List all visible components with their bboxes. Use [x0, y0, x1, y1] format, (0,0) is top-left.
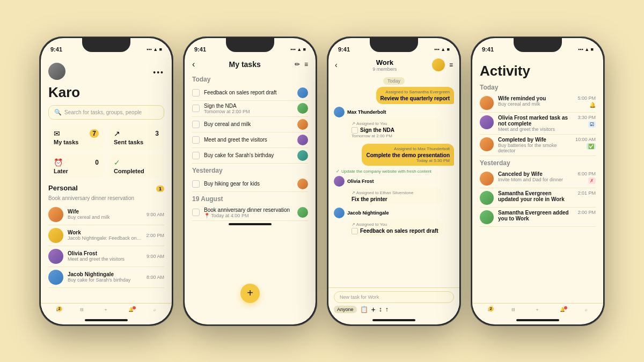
- bottom-nav-4: ⊠ 2 ⊟ ＋ 🔔 ⌕: [472, 303, 603, 317]
- activity-sub: Meet and greet the visitors: [498, 127, 573, 132]
- notch: [82, 38, 130, 52]
- nav-search[interactable]: ⌕: [153, 307, 156, 312]
- task-checkbox[interactable]: [192, 121, 200, 128]
- activity-item[interactable]: Completed by Wife Buy batteries for the …: [480, 135, 596, 156]
- list-item[interactable]: Work Jacob Nightingale: Feedback on sale…: [48, 225, 164, 246]
- bell-badge-4: [564, 306, 567, 309]
- my-tasks-card[interactable]: ✉ 7 My tasks: [48, 125, 104, 150]
- task-item[interactable]: Buy cake for Sarah's birthday: [192, 148, 308, 164]
- task-item[interactable]: Meet and greet the visitors: [192, 132, 308, 148]
- chat-message: Assigned to Max Thunderbolt Complete the…: [334, 144, 454, 166]
- search-bar[interactable]: 🔍 Search for tasks, groups, people: [48, 105, 164, 120]
- later-card[interactable]: ⏰ 0 Later: [48, 154, 104, 179]
- list-item-time: 2:00 PM: [146, 233, 164, 238]
- chat-body: Today Assigned to Samantha Evergreen Rev…: [328, 75, 459, 287]
- task-item[interactable]: Book anniversary dinner reservation 📍 To…: [192, 205, 308, 221]
- chat-menu-icon[interactable]: ≡: [449, 61, 453, 69]
- task-row: Sign the NDA: [352, 127, 439, 134]
- avatar: [48, 228, 63, 243]
- nav-add[interactable]: ＋: [104, 307, 108, 313]
- activity-name: Wife reminded you: [498, 95, 573, 101]
- home-badge-4: 2: [488, 306, 494, 312]
- add-icon: ＋: [104, 307, 108, 313]
- nav-bell[interactable]: 🔔: [128, 307, 134, 312]
- task-name: Meet and greet the visitors: [204, 137, 293, 143]
- task-checkbox[interactable]: [192, 136, 200, 144]
- activity-item[interactable]: Samantha Evergreen added you to Work 2:0…: [480, 208, 596, 227]
- august-label: 19 August: [192, 195, 308, 203]
- calendar-icon: ⊟: [80, 307, 84, 312]
- attach-icon[interactable]: 📋: [360, 306, 368, 313]
- activity-time: 2:01 PM: [577, 190, 596, 196]
- new-task-input[interactable]: New task for Work: [334, 291, 454, 303]
- personal-count: 1: [156, 186, 164, 192]
- user-avatar-1: [48, 63, 65, 80]
- task-checkbox-inline[interactable]: [352, 228, 358, 234]
- options-icon[interactable]: •••: [153, 68, 164, 77]
- task-item[interactable]: Feedback on sales report draft: [192, 85, 308, 101]
- task-checkbox[interactable]: [192, 152, 200, 159]
- activity-avatar: [480, 172, 494, 186]
- activity-item[interactable]: Olivia Frost marked task as not complete…: [480, 113, 596, 135]
- task-item[interactable]: Buy hiking gear for kids: [192, 176, 308, 192]
- plus-icon[interactable]: +: [371, 305, 376, 314]
- filter-icon[interactable]: ≡: [304, 61, 308, 68]
- completed-card[interactable]: ✓ Completed: [108, 154, 164, 179]
- list-item[interactable]: Olivia Frost Meet and greet the visitors…: [48, 246, 164, 267]
- completed-label: Completed: [114, 168, 159, 174]
- chat-header: ‹ Work 9 members ≡: [328, 56, 459, 75]
- task-checkbox-inline[interactable]: [352, 127, 358, 134]
- status-icons-2: ▪▪▪ ▲ ■: [290, 47, 306, 52]
- list-item-sub: Buy cereal and milk: [68, 215, 142, 220]
- nav-calendar[interactable]: ⊟: [80, 307, 84, 312]
- sent-tasks-label: Sent tasks: [114, 139, 159, 145]
- activity-avatar: [480, 210, 494, 224]
- task-checkbox[interactable]: [192, 89, 200, 97]
- task-checkbox[interactable]: [192, 209, 200, 216]
- activity-item[interactable]: Canceled by Wife Invite Mom and Dad for …: [480, 169, 596, 188]
- activity-time: 2:00 PM: [577, 210, 596, 215]
- activity-item[interactable]: Wife reminded you Buy cereal and milk 5:…: [480, 93, 596, 113]
- list-item[interactable]: Jacob Nightingale Buy cake for Sarah's b…: [48, 267, 164, 288]
- nav-home[interactable]: ⊠ 2: [56, 307, 60, 312]
- task-item[interactable]: Sign the NDA Tomorrow at 2:00 PM: [192, 101, 308, 117]
- mytasks-icon: ✉: [54, 129, 60, 138]
- activity-sub: Buy batteries for the smoke detector: [498, 143, 571, 153]
- yesterday-label: Yesterday: [192, 167, 308, 174]
- nav-bell-4[interactable]: 🔔: [560, 307, 565, 312]
- list-item-sub: Buy cake for Sarah's birthday: [68, 277, 142, 283]
- personal-section-sub: Book anniversary dinner reservation: [48, 195, 164, 201]
- activity-check-icon: ✅: [587, 143, 596, 150]
- chat-back-button[interactable]: ‹: [335, 61, 338, 69]
- task-checkbox[interactable]: [192, 180, 200, 188]
- activity-today-label: Today: [480, 84, 596, 91]
- chat-title: Work: [342, 58, 428, 67]
- activity-avatar: [480, 191, 494, 205]
- nav-home-4[interactable]: ⊠ 2: [488, 307, 492, 312]
- sender-name: Jacob Nightingale: [347, 210, 389, 216]
- task-item[interactable]: Buy cereal and milk: [192, 117, 308, 132]
- list-item-time: 8:00 AM: [147, 275, 164, 280]
- activity-avatar: [480, 96, 494, 110]
- task-name: Sign the NDA: [204, 103, 293, 109]
- fab-add-button[interactable]: +: [240, 284, 260, 303]
- later-icon: ⏰: [54, 158, 63, 167]
- notch: [226, 38, 274, 52]
- anyone-button[interactable]: Anyone: [334, 306, 357, 313]
- task-avatar: [297, 207, 308, 218]
- activity-bell-icon: 🔔: [589, 102, 596, 108]
- search-placeholder: Search for tasks, groups, people: [64, 109, 142, 115]
- nav-add-4[interactable]: ＋: [535, 307, 539, 313]
- sort-icon[interactable]: ↕: [379, 306, 382, 313]
- search-icon-4: ⌕: [585, 307, 588, 312]
- task-checkbox[interactable]: [192, 105, 200, 112]
- send-icon[interactable]: ↑: [385, 306, 389, 313]
- nav-search-4[interactable]: ⌕: [585, 307, 588, 312]
- activity-item[interactable]: Samantha Evergreen updated your role in …: [480, 188, 596, 208]
- list-item[interactable]: Wife Buy cereal and milk 9:00 AM: [48, 204, 164, 225]
- edit-icon[interactable]: ✏: [295, 61, 300, 68]
- sent-tasks-card[interactable]: ↗ 3 Sent tasks: [108, 125, 164, 150]
- nav-calendar-4[interactable]: ⊟: [511, 307, 515, 312]
- my-tasks-label: My tasks: [54, 139, 99, 145]
- sender-avatar: [334, 208, 345, 218]
